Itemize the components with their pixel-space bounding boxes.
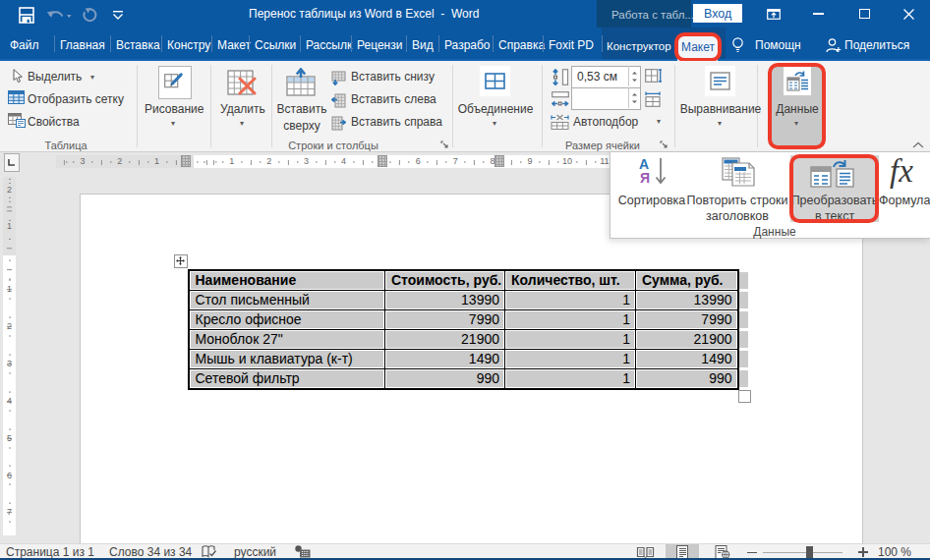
svg-text:Я: Я [640,170,650,186]
